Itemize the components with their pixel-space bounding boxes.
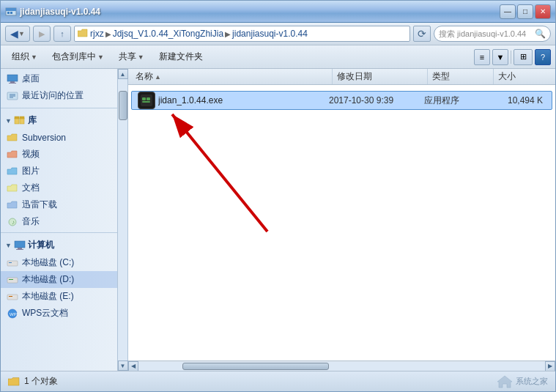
sidebar-item-documents[interactable]: 文档 <box>1 180 117 196</box>
share-label: 共享 <box>119 51 136 63</box>
view-dropdown-button[interactable]: ▼ <box>492 49 508 65</box>
content-pane: 名称 ▲ 修改日期 类型 大小 <box>128 69 555 371</box>
svg-marker-31 <box>497 376 512 388</box>
exe-icon-svg <box>140 94 153 107</box>
svg-rect-4 <box>7 75 18 81</box>
sidebar-item-drive-d[interactable]: 本地磁盘 (D:) <box>1 271 117 288</box>
documents-label: 文档 <box>22 182 40 194</box>
drive-c-label: 本地磁盘 (C:) <box>22 256 74 269</box>
computer-category[interactable]: ▼ 计算机 <box>1 236 117 254</box>
file-icon <box>138 92 155 109</box>
svg-rect-5 <box>10 81 15 83</box>
sidebar-item-subversion[interactable]: Subversion <box>1 130 117 146</box>
svg-rect-25 <box>141 95 152 106</box>
preview-pane-button[interactable]: ⊞ <box>514 49 533 65</box>
svg-rect-1 <box>6 8 16 11</box>
scroll-thumb-horizontal[interactable] <box>182 363 329 370</box>
library-icon <box>14 116 26 126</box>
status-count: 1 个对象 <box>24 375 58 388</box>
images-icon <box>7 166 18 177</box>
col-header-type[interactable]: 类型 <box>428 69 494 84</box>
address-go-button[interactable]: ⟳ <box>413 26 431 42</box>
path-segment-3: jidanjiasuqi-v1.0.44 <box>232 29 308 39</box>
col-header-name[interactable]: 名称 ▲ <box>131 69 333 84</box>
scroll-right-arrow[interactable]: ▶ <box>545 361 555 371</box>
file-icon-wrap <box>135 92 158 109</box>
computer-label: 计算机 <box>28 239 54 251</box>
col-header-modified[interactable]: 修改日期 <box>333 69 428 84</box>
search-placeholder: 搜索 jidanjiasuqi-v1.0.44 <box>439 29 535 40</box>
svg-rect-18 <box>9 262 12 263</box>
scroll-thumb-vertical[interactable] <box>119 91 127 120</box>
library-label: 库 <box>28 114 37 127</box>
svg-line-30 <box>172 114 267 232</box>
desktop-icon <box>7 73 18 85</box>
sidebar-item-desktop[interactable]: 桌面 <box>1 70 117 87</box>
sidebar-item-drive-c[interactable]: 本地磁盘 (C:) <box>1 254 117 271</box>
title-bar: jidanjiasuqi-v1.0.44 — □ ✕ <box>1 1 555 23</box>
file-name: jidan_1.0.44.exe <box>158 95 329 106</box>
sidebar-item-video[interactable]: 视频 <box>1 146 117 163</box>
favorites-section: 桌面 最近访问的位置 <box>1 69 117 106</box>
maximize-button[interactable]: □ <box>517 4 533 19</box>
sidebar-item-wps[interactable]: WPS WPS云文档 <box>1 305 117 322</box>
recent-icon <box>7 90 18 102</box>
scroll-up-arrow[interactable]: ▲ <box>118 69 128 79</box>
status-bar: 1 个对象 系统之家 <box>1 371 555 391</box>
drive-d-icon <box>7 274 18 286</box>
up-button[interactable]: ↑ <box>53 26 71 42</box>
watermark-logo: 系统之家 <box>497 375 548 388</box>
svg-rect-16 <box>16 249 23 250</box>
svg-rect-15 <box>18 248 22 249</box>
status-folder-icon <box>8 377 20 387</box>
include-dropdown-icon: ▼ <box>97 53 104 61</box>
back-button[interactable]: ◀ ▼ <box>5 26 30 42</box>
address-path[interactable]: rjxz ▶ Jdjsq_V1.0.44_XiTongZhiJia ▶ jida… <box>74 26 410 42</box>
path-segment-2: Jdjsq_V1.0.44_XiTongZhiJia <box>113 29 223 39</box>
minimize-button[interactable]: — <box>500 4 516 19</box>
music-label: 音乐 <box>22 215 40 228</box>
svg-rect-3 <box>10 12 12 14</box>
drive-c-icon <box>7 257 18 269</box>
include-button[interactable]: 包含到库中 ▼ <box>45 48 111 67</box>
svg-rect-2 <box>7 12 10 14</box>
toolbar: 组织 ▼ 包含到库中 ▼ 共享 ▼ 新建文件夹 ≡ ▼ ⊞ ? <box>1 45 555 69</box>
images-label: 图片 <box>22 165 40 177</box>
sidebar-item-music[interactable]: ♪ 音乐 <box>1 213 117 230</box>
sidebar-item-thunder[interactable]: 迅雷下载 <box>1 196 117 213</box>
svg-rect-10 <box>15 117 19 119</box>
sidebar-divider-2 <box>1 232 117 233</box>
col-header-size[interactable]: 大小 <box>494 69 552 84</box>
table-row[interactable]: jidan_1.0.44.exe 2017-10-30 9:39 应用程序 10… <box>131 91 552 110</box>
view-list-button[interactable]: ≡ <box>474 49 490 65</box>
library-category[interactable]: ▼ 库 <box>1 111 117 130</box>
sidebar-scroll-track: ▲ ▼ <box>118 69 128 371</box>
file-modified: 2017-10-30 9:39 <box>329 95 424 106</box>
svg-rect-21 <box>7 295 18 300</box>
logo-text: 系统之家 <box>516 376 548 387</box>
drive-d-label: 本地磁盘 (D:) <box>22 273 74 286</box>
new-folder-button[interactable]: 新建文件夹 <box>152 48 210 67</box>
search-box[interactable]: 搜索 jidanjiasuqi-v1.0.44 🔍 <box>434 26 551 42</box>
forward-button[interactable]: ▶ <box>33 26 51 42</box>
recent-label: 最近访问的位置 <box>22 89 84 102</box>
close-button[interactable]: ✕ <box>535 4 551 19</box>
scroll-down-arrow[interactable]: ▼ <box>118 360 128 371</box>
scroll-left-arrow[interactable]: ◀ <box>128 361 138 371</box>
svg-rect-28 <box>142 101 150 103</box>
svg-text:WPS: WPS <box>10 312 18 317</box>
help-button[interactable]: ? <box>535 49 551 65</box>
svg-rect-14 <box>15 241 25 248</box>
video-label: 视频 <box>22 148 40 160</box>
svg-rect-26 <box>142 97 146 100</box>
wps-label: WPS云文档 <box>22 307 68 319</box>
sidebar-item-drive-e[interactable]: 本地磁盘 (E:) <box>1 288 117 305</box>
share-button[interactable]: 共享 ▼ <box>112 48 151 67</box>
svg-rect-20 <box>9 279 13 280</box>
sidebar-item-images[interactable]: 图片 <box>1 163 117 180</box>
file-list: jidan_1.0.44.exe 2017-10-30 9:39 应用程序 10… <box>128 85 555 360</box>
sidebar-item-recent[interactable]: 最近访问的位置 <box>1 87 117 104</box>
search-icon[interactable]: 🔍 <box>535 29 546 39</box>
share-dropdown-icon: ▼ <box>138 53 144 61</box>
organize-button[interactable]: 组织 ▼ <box>5 48 44 67</box>
